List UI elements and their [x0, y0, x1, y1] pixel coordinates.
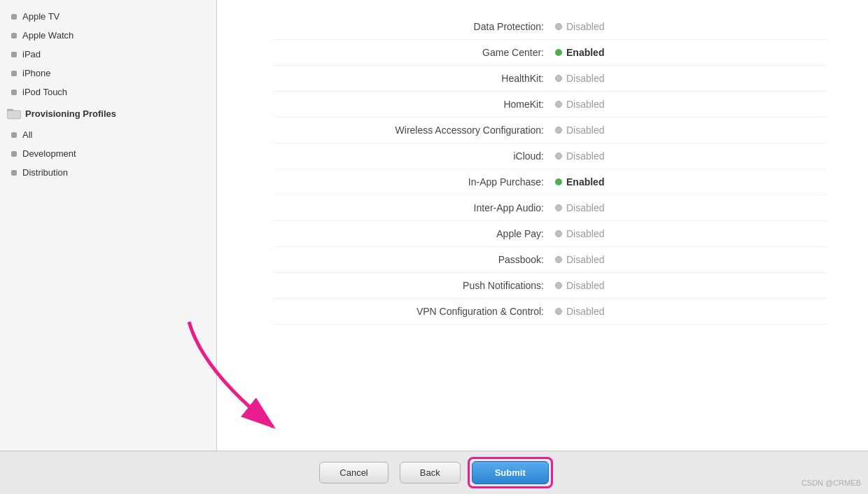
capability-row: VPN Configuration & Control:Disabled — [273, 299, 826, 325]
status-disabled-text: Disabled — [566, 202, 604, 213]
sidebar: Apple TVApple WatchiPadiPhoneiPod Touch … — [0, 0, 217, 451]
capability-label: In-App Purchase: — [273, 176, 555, 188]
status-disabled-text: Disabled — [566, 73, 604, 84]
disabled-dot — [555, 204, 562, 211]
bullet-icon — [11, 33, 17, 38]
status-disabled-text: Disabled — [566, 254, 604, 265]
sidebar-item-ipod-touch[interactable]: iPod Touch — [0, 83, 216, 101]
provisioning-profiles-label: Provisioning Profiles — [25, 108, 116, 119]
disabled-dot — [555, 230, 562, 237]
capability-value: Disabled — [555, 202, 826, 213]
bullet-icon — [11, 132, 17, 138]
capability-value: Disabled — [555, 21, 826, 32]
sidebar-item-label: Development — [22, 148, 76, 159]
capability-value: Enabled — [555, 47, 826, 58]
disabled-dot — [555, 308, 562, 315]
status-disabled-text: Disabled — [566, 228, 604, 239]
capability-label: Passbook: — [273, 254, 555, 265]
sidebar-item-distribution[interactable]: Distribution — [0, 163, 216, 182]
disabled-dot — [555, 23, 562, 30]
capability-label: Game Center: — [273, 47, 555, 58]
capability-value: Disabled — [555, 280, 826, 291]
capability-label: Data Protection: — [273, 21, 555, 32]
disabled-dot — [555, 282, 562, 289]
sidebar-item-label: All — [22, 129, 32, 140]
capability-label: Wireless Accessory Configuration: — [273, 125, 555, 136]
capability-value: Disabled — [555, 150, 826, 162]
capabilities-list: Data Protection:DisabledGame Center:Enab… — [217, 0, 868, 451]
status-disabled-text: Disabled — [566, 21, 604, 32]
bullet-icon — [11, 71, 17, 76]
capability-label: VPN Configuration & Control: — [273, 306, 555, 317]
disabled-dot — [555, 75, 562, 82]
capability-label: Push Notifications: — [273, 280, 555, 291]
sidebar-item-label: iPod Touch — [22, 87, 67, 97]
enabled-dot — [555, 49, 562, 56]
sidebar-item-ipad[interactable]: iPad — [0, 45, 216, 64]
sidebar-item-label: iPhone — [22, 68, 50, 78]
status-disabled-text: Disabled — [566, 280, 604, 291]
footer: Cancel Back Submit CSDN @CRMEB — [0, 451, 868, 494]
capability-row: Apple Pay:Disabled — [273, 221, 826, 247]
capability-row: Data Protection:Disabled — [273, 14, 826, 40]
sidebar-item-label: Distribution — [22, 167, 68, 178]
capability-row: Push Notifications:Disabled — [273, 273, 826, 299]
capability-row: Game Center:Enabled — [273, 40, 826, 66]
capability-value: Enabled — [555, 176, 826, 188]
back-button[interactable]: Back — [400, 462, 461, 484]
sidebar-item-iphone[interactable]: iPhone — [0, 64, 216, 83]
bullet-icon — [11, 90, 17, 95]
capability-row: In-App Purchase:Enabled — [273, 169, 826, 195]
capability-value: Disabled — [555, 228, 826, 239]
disabled-dot — [555, 127, 562, 134]
sidebar-item-apple-watch[interactable]: Apple Watch — [0, 26, 216, 45]
capability-label: Apple Pay: — [273, 228, 555, 239]
watermark: CSDN @CRMEB — [802, 479, 861, 487]
capability-label: HomeKit: — [273, 99, 555, 110]
capability-value: Disabled — [555, 306, 826, 317]
status-disabled-text: Disabled — [566, 306, 604, 317]
enabled-dot — [555, 178, 562, 185]
disabled-dot — [555, 153, 562, 160]
capability-label: Inter-App Audio: — [273, 202, 555, 213]
status-disabled-text: Disabled — [566, 150, 604, 162]
capability-value: Disabled — [555, 99, 826, 110]
capability-row: HomeKit:Disabled — [273, 92, 826, 118]
capability-row: Passbook:Disabled — [273, 247, 826, 273]
status-disabled-text: Disabled — [566, 99, 604, 110]
sidebar-item-all[interactable]: All — [0, 125, 216, 144]
capability-value: Disabled — [555, 125, 826, 136]
capability-row: HealthKit:Disabled — [273, 66, 826, 92]
status-enabled-text: Enabled — [566, 176, 604, 188]
bullet-icon — [11, 170, 17, 176]
svg-rect-2 — [8, 111, 20, 118]
content-area: Data Protection:DisabledGame Center:Enab… — [217, 0, 868, 451]
provisioning-profiles-section[interactable]: Provisioning Profiles — [0, 101, 216, 125]
bullet-icon — [11, 151, 17, 157]
disabled-dot — [555, 101, 562, 108]
capability-row: Inter-App Audio:Disabled — [273, 195, 826, 221]
capability-row: Wireless Accessory Configuration:Disable… — [273, 118, 826, 143]
submit-wrapper: Submit — [472, 461, 549, 484]
capability-label: HealthKit: — [273, 73, 555, 84]
bullet-icon — [11, 14, 17, 20]
folder-icon — [7, 107, 21, 120]
sidebar-item-apple-tv[interactable]: Apple TV — [0, 7, 216, 26]
capability-value: Disabled — [555, 73, 826, 84]
disabled-dot — [555, 256, 562, 263]
sidebar-item-label: Apple TV — [22, 11, 59, 22]
capability-value: Disabled — [555, 254, 826, 265]
cancel-button[interactable]: Cancel — [319, 462, 388, 484]
capability-label: iCloud: — [273, 150, 555, 162]
bullet-icon — [11, 52, 17, 57]
submit-button[interactable]: Submit — [472, 461, 549, 484]
capability-row: iCloud:Disabled — [273, 143, 826, 169]
sidebar-item-label: Apple Watch — [22, 30, 74, 41]
sidebar-item-development[interactable]: Development — [0, 144, 216, 163]
status-disabled-text: Disabled — [566, 125, 604, 136]
status-enabled-text: Enabled — [566, 47, 604, 58]
sidebar-item-label: iPad — [22, 49, 41, 59]
